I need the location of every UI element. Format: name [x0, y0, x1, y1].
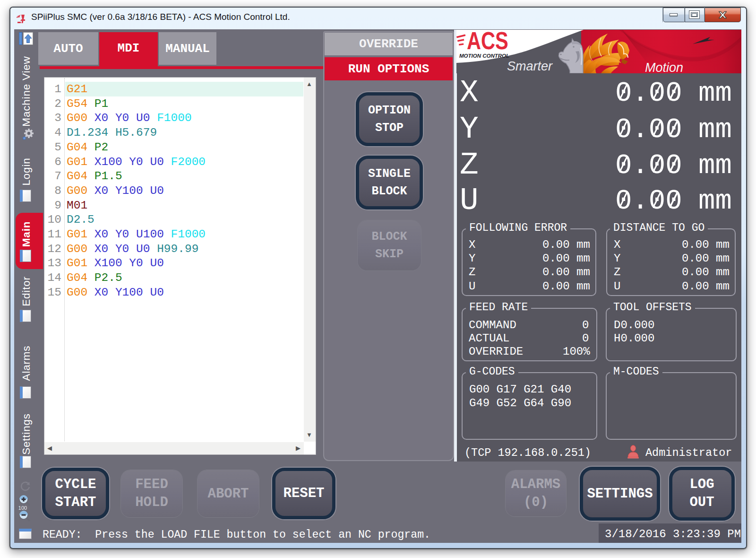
svg-text:Smarter: Smarter [507, 59, 553, 73]
svg-text:ACS: ACS [467, 30, 508, 54]
svg-text:Motion: Motion [645, 61, 683, 73]
svg-text:MOTION CONTROL: MOTION CONTROL [459, 53, 509, 59]
